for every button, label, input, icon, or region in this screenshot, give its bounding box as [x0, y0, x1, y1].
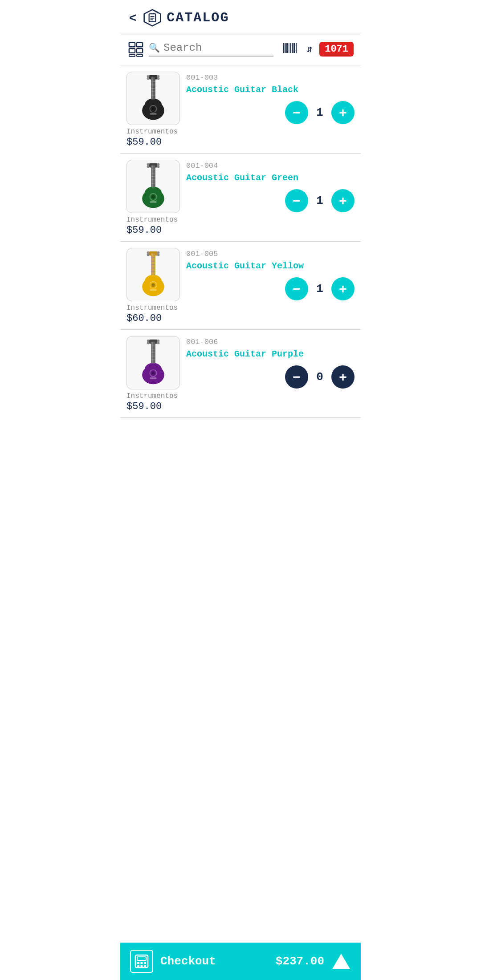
header: < CATALOG — [120, 0, 361, 33]
search-bar: 🔍 ⇵ 1071 — [120, 33, 361, 65]
product-info-3: 001-006 Acoustic Guitar Purple − 0 + — [186, 336, 355, 389]
svg-rect-41 — [149, 163, 157, 168]
svg-point-43 — [147, 166, 150, 168]
decrement-button[interactable]: − — [285, 277, 308, 300]
product-bottom-3: Instrumentos $59.00 — [126, 392, 355, 412]
list-item: 001-003 Acoustic Guitar Black − 1 + Inst… — [120, 65, 361, 154]
product-category: Instrumentos — [126, 128, 355, 136]
product-price: $59.00 — [126, 137, 355, 148]
product-code: 001-005 — [186, 250, 355, 258]
qty-row: − 1 + — [186, 277, 355, 300]
decrement-button[interactable]: − — [285, 101, 308, 124]
svg-point-23 — [147, 77, 150, 80]
decrement-button[interactable]: − — [285, 189, 308, 212]
checkout-label: Checkout — [160, 955, 269, 968]
product-code: 001-004 — [186, 162, 355, 170]
svg-rect-104 — [144, 962, 146, 964]
svg-rect-15 — [289, 43, 289, 53]
product-top-2: 001-005 Acoustic Guitar Yellow − 1 + — [126, 248, 355, 301]
product-list: 001-003 Acoustic Guitar Black − 1 + Inst… — [120, 65, 361, 418]
qty-value: 1 — [315, 282, 324, 296]
guitar-image — [135, 74, 171, 123]
increment-button[interactable]: + — [331, 189, 355, 212]
product-price: $59.00 — [126, 401, 355, 412]
barcode-icon[interactable] — [281, 40, 298, 59]
product-bottom-1: Instrumentos $59.00 — [126, 216, 355, 236]
sort-icon[interactable]: ⇵ — [306, 43, 312, 55]
svg-rect-61 — [149, 251, 157, 256]
guitar-image — [135, 338, 171, 387]
qty-row: − 1 + — [186, 189, 355, 212]
product-name: Acoustic Guitar Green — [186, 173, 355, 183]
svg-rect-19 — [296, 43, 297, 53]
search-icon: 🔍 — [149, 42, 160, 53]
list-item: 001-005 Acoustic Guitar Yellow − 1 + Ins… — [120, 242, 361, 330]
product-image-2[interactable] — [126, 248, 180, 301]
svg-rect-9 — [137, 49, 143, 53]
svg-rect-10 — [129, 54, 135, 57]
svg-rect-103 — [141, 962, 143, 964]
svg-point-25 — [157, 77, 160, 80]
guitar-image — [135, 162, 171, 211]
increment-button[interactable]: + — [331, 101, 355, 124]
increment-button[interactable]: + — [331, 365, 355, 389]
product-category: Instrumentos — [126, 216, 355, 224]
back-button[interactable]: < — [129, 11, 136, 25]
grid-view-button[interactable] — [127, 41, 144, 58]
search-input[interactable] — [163, 42, 273, 54]
svg-point-83 — [147, 342, 150, 344]
chevron-up-icon — [331, 952, 351, 971]
checkout-price: $237.00 — [276, 955, 324, 968]
product-info-2: 001-005 Acoustic Guitar Yellow − 1 + — [186, 248, 355, 300]
svg-point-85 — [157, 342, 160, 344]
svg-point-45 — [157, 166, 160, 168]
svg-rect-107 — [144, 965, 146, 967]
product-top-1: 001-004 Acoustic Guitar Green − 1 + — [126, 160, 355, 213]
guitar-image — [135, 250, 171, 299]
qty-value: 1 — [315, 106, 324, 119]
checkout-bar[interactable]: Checkout $237.00 — [120, 943, 361, 980]
list-item: 001-006 Acoustic Guitar Purple − 0 + Ins… — [120, 330, 361, 418]
svg-rect-102 — [137, 962, 139, 964]
product-bottom-2: Instrumentos $60.00 — [126, 304, 355, 324]
page-title: CATALOG — [167, 10, 229, 25]
product-code: 001-006 — [186, 338, 355, 346]
svg-rect-94 — [150, 377, 156, 379]
svg-rect-54 — [150, 201, 156, 203]
barcode-svg — [281, 40, 298, 57]
product-top-3: 001-006 Acoustic Guitar Purple − 0 + — [126, 336, 355, 389]
product-name: Acoustic Guitar Yellow — [186, 261, 355, 271]
svg-point-69 — [151, 283, 155, 287]
svg-point-49 — [151, 195, 155, 199]
product-name: Acoustic Guitar Black — [186, 85, 355, 95]
svg-rect-14 — [286, 43, 288, 53]
svg-rect-74 — [150, 289, 156, 291]
qty-row: − 1 + — [186, 101, 355, 124]
increment-button[interactable]: + — [331, 277, 355, 300]
svg-rect-101 — [137, 957, 146, 960]
product-category: Instrumentos — [126, 392, 355, 400]
product-code: 001-003 — [186, 73, 355, 82]
search-field-wrap: 🔍 — [149, 42, 273, 57]
svg-rect-81 — [149, 340, 157, 344]
product-category: Instrumentos — [126, 304, 355, 312]
count-badge: 1071 — [319, 42, 354, 57]
svg-rect-8 — [129, 49, 135, 53]
product-price: $60.00 — [126, 313, 355, 324]
calculator-icon — [130, 950, 153, 973]
qty-value: 1 — [315, 194, 324, 207]
svg-rect-13 — [285, 43, 286, 53]
qty-row: − 0 + — [186, 365, 355, 389]
svg-rect-105 — [137, 965, 139, 967]
svg-point-89 — [151, 372, 155, 375]
product-image-3[interactable] — [126, 336, 180, 389]
svg-rect-106 — [141, 965, 143, 967]
svg-rect-17 — [292, 43, 293, 53]
list-item: 001-004 Acoustic Guitar Green − 1 + Inst… — [120, 154, 361, 242]
decrement-button[interactable]: − — [285, 365, 308, 389]
product-image-0[interactable] — [126, 72, 180, 125]
svg-rect-12 — [283, 43, 285, 53]
svg-rect-18 — [293, 43, 295, 53]
product-image-1[interactable] — [126, 160, 180, 213]
product-bottom-0: Instrumentos $59.00 — [126, 128, 355, 148]
